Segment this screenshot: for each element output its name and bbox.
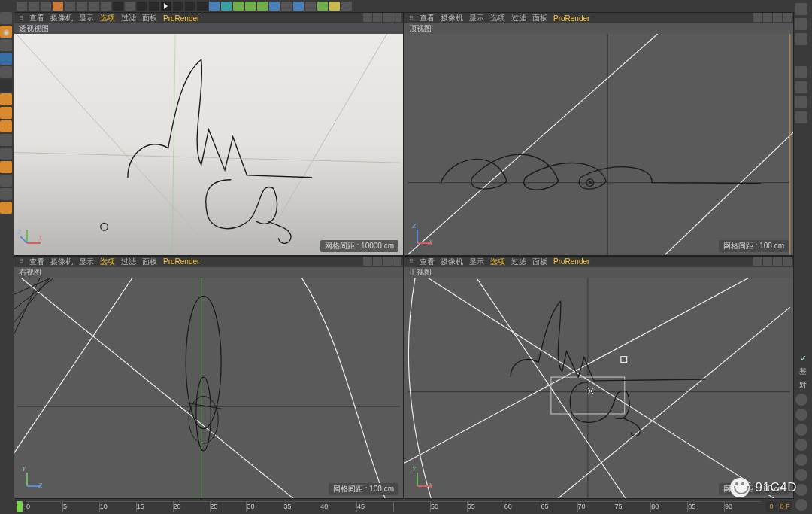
- tool-g5-icon[interactable]: [0, 188, 12, 200]
- tt-7[interactable]: [89, 2, 99, 11]
- rt-7[interactable]: [795, 111, 807, 123]
- viewport-front[interactable]: ⠿ 查看 摄像机 显示 选项 过滤 面板 ProRender 正视图: [404, 257, 793, 499]
- menu-panel[interactable]: 面板: [532, 257, 547, 267]
- tt-generator2-icon[interactable]: [245, 2, 256, 11]
- menu-prorender[interactable]: ProRender: [163, 257, 199, 266]
- nav-zoom-icon[interactable]: [373, 13, 382, 22]
- nav-orbit-icon[interactable]: [773, 13, 782, 22]
- nav-zoom-icon[interactable]: [373, 257, 382, 266]
- tt-10[interactable]: [125, 2, 135, 11]
- viewport-right[interactable]: ⠿ 查看 摄像机 显示 选项 过滤 面板 ProRender 右视图: [14, 257, 403, 499]
- rt-circle1-icon[interactable]: [795, 394, 807, 406]
- tool-rect-icon[interactable]: [0, 39, 12, 51]
- tt-27[interactable]: [329, 2, 340, 11]
- menu-display[interactable]: 显示: [469, 257, 484, 267]
- nav-pan-icon[interactable]: [753, 257, 762, 266]
- menu-filter[interactable]: 过滤: [511, 13, 526, 23]
- menu-prorender[interactable]: ProRender: [163, 14, 199, 23]
- axis-widget-right[interactable]: Y Z: [19, 464, 49, 494]
- tool-edge-icon[interactable]: [0, 107, 12, 119]
- tt-deform-icon[interactable]: [269, 2, 280, 11]
- tt-26[interactable]: [317, 2, 328, 11]
- tool-g1-icon[interactable]: [0, 134, 12, 146]
- rt-label-b[interactable]: 对: [795, 380, 810, 391]
- tool-live-select-icon[interactable]: ◉: [0, 26, 12, 38]
- menu-prorender[interactable]: ProRender: [553, 257, 589, 266]
- menu-view[interactable]: 查看: [29, 257, 44, 267]
- tt-12[interactable]: [149, 2, 159, 11]
- rt-circle7-icon[interactable]: [795, 484, 807, 496]
- nav-max-icon[interactable]: [392, 257, 401, 266]
- tt-cam-icon[interactable]: [293, 2, 304, 11]
- tt-generator3-icon[interactable]: [257, 2, 268, 11]
- tool-poly-icon[interactable]: [0, 120, 12, 132]
- menu-camera[interactable]: 摄像机: [441, 257, 463, 267]
- tt-3[interactable]: [41, 2, 51, 11]
- rt-1[interactable]: [795, 3, 807, 15]
- nav-max-icon[interactable]: [392, 13, 401, 22]
- nav-pan-icon[interactable]: [363, 13, 372, 22]
- menu-view[interactable]: 查看: [420, 257, 435, 267]
- menu-filter[interactable]: 过滤: [121, 257, 136, 267]
- tool-cube-icon[interactable]: [0, 53, 12, 65]
- axis-widget-persp[interactable]: X Z: [19, 221, 49, 251]
- timeline-scale[interactable]: 051015202530354045505560657075808590: [26, 501, 761, 512]
- tt-2[interactable]: [29, 2, 39, 11]
- menu-display[interactable]: 显示: [79, 257, 94, 267]
- rt-check-icon[interactable]: ✓: [795, 354, 810, 363]
- tt-6[interactable]: [77, 2, 87, 11]
- menu-camera[interactable]: 摄像机: [50, 13, 73, 23]
- axis-widget-front[interactable]: Y X: [409, 464, 439, 494]
- rt-label-a[interactable]: 基: [795, 366, 810, 377]
- menu-view[interactable]: 查看: [420, 13, 435, 23]
- rt-5[interactable]: [795, 81, 807, 93]
- menu-panel[interactable]: 面板: [532, 13, 547, 23]
- tool-g4-icon[interactable]: [0, 175, 12, 187]
- rt-circle2-icon[interactable]: [795, 409, 807, 421]
- menu-filter[interactable]: 过滤: [121, 13, 136, 23]
- tt-8[interactable]: [101, 2, 111, 11]
- rt-4[interactable]: [795, 66, 807, 78]
- tool-move-icon[interactable]: [0, 12, 12, 24]
- menu-options[interactable]: 选项: [100, 257, 115, 267]
- canvas-right[interactable]: Y Z 网格间距 : 100 cm: [14, 278, 403, 499]
- menu-camera[interactable]: 摄像机: [50, 257, 73, 267]
- timeline[interactable]: 051015202530354045505560657075808590 0 0…: [14, 499, 794, 514]
- nav-max-icon[interactable]: [783, 257, 792, 266]
- rt-circle4-icon[interactable]: [795, 439, 807, 451]
- axis-widget-top[interactable]: X Z: [409, 221, 439, 251]
- menu-options[interactable]: 选项: [100, 13, 115, 23]
- tt-14[interactable]: [173, 2, 183, 11]
- nav-orbit-icon[interactable]: [773, 257, 782, 266]
- nav-pan-icon[interactable]: [363, 257, 372, 266]
- menu-options[interactable]: 选项: [490, 257, 505, 267]
- menu-filter[interactable]: 过滤: [511, 257, 526, 267]
- tool-point-icon[interactable]: [0, 93, 12, 105]
- tt-spline-icon[interactable]: [221, 2, 232, 11]
- grip-icon[interactable]: ⠿: [409, 258, 412, 265]
- tt-generator-icon[interactable]: [233, 2, 244, 11]
- rt-6[interactable]: [795, 96, 807, 108]
- grip-icon[interactable]: ⠿: [19, 258, 22, 265]
- rt-3[interactable]: [795, 33, 807, 45]
- menu-view[interactable]: 查看: [29, 13, 44, 23]
- tt-15[interactable]: [185, 2, 195, 11]
- tt-render-icon[interactable]: [53, 2, 63, 11]
- grip-icon[interactable]: ⠿: [19, 15, 22, 22]
- nav-orbit-icon[interactable]: [383, 13, 392, 22]
- menu-options[interactable]: 选项: [490, 13, 505, 23]
- menu-panel[interactable]: 面板: [142, 257, 157, 267]
- tt-11[interactable]: [137, 2, 147, 11]
- rt-2[interactable]: [795, 18, 807, 30]
- grip-icon[interactable]: ⠿: [409, 15, 412, 22]
- menu-panel[interactable]: 面板: [142, 13, 157, 23]
- nav-orbit-icon[interactable]: [383, 257, 392, 266]
- menu-display[interactable]: 显示: [79, 13, 94, 23]
- tt-light-icon[interactable]: [305, 2, 316, 11]
- tt-28[interactable]: [341, 2, 352, 11]
- tool-axis-icon[interactable]: [0, 66, 12, 78]
- canvas-front[interactable]: Y X 网格间距 : 100 cm: [404, 278, 793, 499]
- tt-9[interactable]: [113, 2, 123, 11]
- menu-prorender[interactable]: ProRender: [553, 14, 589, 23]
- tt-play-icon[interactable]: [161, 2, 171, 11]
